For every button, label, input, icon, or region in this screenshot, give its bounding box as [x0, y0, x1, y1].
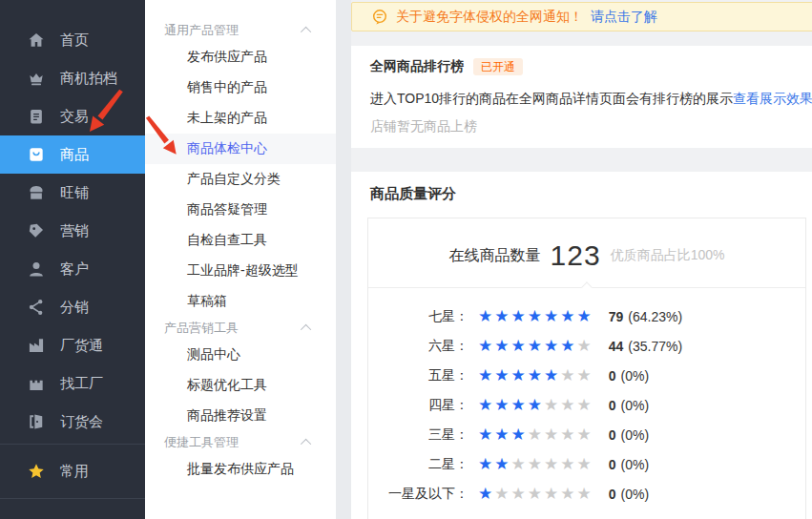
- plant-icon: [27, 374, 46, 393]
- star-filled-icon: ★: [478, 307, 494, 325]
- submenu-item[interactable]: 自检自查工具: [145, 225, 336, 256]
- quality-star-row: 三星： ★★★★★★★ 0 (0%): [368, 420, 805, 449]
- star-filled-icon: ★: [494, 366, 510, 384]
- submenu-item[interactable]: 标题优化工具: [145, 370, 336, 401]
- star-empty-icon: ★: [577, 366, 593, 384]
- star-row-percent: (35.77%): [628, 339, 682, 354]
- star-empty-icon: ★: [528, 426, 544, 444]
- sidebar-item-goods[interactable]: 商品: [0, 135, 145, 174]
- sidebar-item-label: 首页: [60, 31, 89, 50]
- star-filled-icon: ★: [494, 307, 510, 325]
- tag-icon: [27, 221, 46, 240]
- chevron-up-icon[interactable]: [301, 324, 311, 335]
- sidebar-item-label: 找工厂: [60, 375, 103, 393]
- ranking-preview-link[interactable]: 查看展示效果: [733, 91, 812, 108]
- submenu-group-items: 测品中心 标题优化工具 商品推荐设置: [145, 340, 336, 431]
- star-row-label: 六星：: [368, 338, 468, 355]
- sidebar-item-home[interactable]: 首页: [0, 21, 145, 59]
- star-empty-icon: ★: [511, 455, 528, 473]
- quality-star-row: 四星： ★★★★★★★ 0 (0%): [368, 390, 805, 420]
- star-rating: ★★★★★★★: [478, 338, 593, 354]
- person-icon: [27, 260, 46, 279]
- notice-link[interactable]: 请点击了解: [591, 9, 657, 26]
- submenu-item[interactable]: 商品答疑管理: [145, 195, 336, 225]
- sidebar-item-label: 交易: [60, 108, 89, 126]
- sidebar-item-distribution[interactable]: 分销: [0, 288, 145, 326]
- sidebar-item-factory-supply[interactable]: 厂货通: [0, 326, 145, 364]
- sidebar-pinned: 常用: [0, 447, 145, 495]
- notice-bar: 关于避免字体侵权的全网通知！ 请点击了解: [351, 2, 812, 31]
- submenu-group-title: 产品营销工具: [164, 320, 239, 337]
- quality-star-row: 五星： ★★★★★★★ 0 (0%): [368, 361, 805, 390]
- sidebar-item-label: 客户: [60, 260, 89, 279]
- star-distribution: 七星： ★★★★★★★ 79 (64.23%) 六星： ★★★★★★★ 44 (…: [368, 288, 805, 509]
- sidebar-item-find-factory[interactable]: 找工厂: [0, 364, 145, 403]
- star-empty-icon: ★: [511, 485, 528, 503]
- star-empty-icon: ★: [494, 485, 510, 503]
- sidebar-item-customer[interactable]: 客户: [0, 250, 145, 288]
- star-row-percent: (0%): [621, 487, 650, 502]
- sidebar-item-trade[interactable]: 交易: [0, 97, 145, 135]
- submenu-group: 便捷工具管理 批量发布供应产品: [145, 431, 336, 485]
- star-empty-icon: ★: [544, 426, 560, 444]
- submenu-item[interactable]: 批量发布供应产品: [145, 454, 336, 485]
- submenu-group-header[interactable]: 通用产品管理: [145, 19, 336, 42]
- star-row-label: 五星：: [368, 367, 468, 384]
- sidebar-item-label: 商机拍档: [60, 70, 117, 88]
- crown-icon: [27, 69, 46, 88]
- star-rating: ★★★★★★★: [478, 456, 593, 472]
- star-row-label: 四星：: [368, 397, 468, 414]
- star-empty-icon: ★: [528, 485, 544, 503]
- submenu-item[interactable]: 测品中心: [145, 340, 336, 370]
- star-filled-icon: ★: [511, 337, 528, 355]
- star-filled-icon: ★: [494, 396, 510, 414]
- ranking-panel: 全网商品排行榜 已开通 进入TOP10排行的商品在全网商品详情页面会有排行榜的展…: [351, 46, 812, 148]
- primary-sidebar: 首页 商机拍档 交易 商品 旺铺 营销 客户 分销 厂货通 找工厂 订货会 常用: [0, 0, 145, 519]
- star-row-label: 三星：: [368, 426, 468, 444]
- sidebar-item-order-fair[interactable]: 订货会: [0, 403, 145, 441]
- submenu-item[interactable]: 销售中的产品: [145, 73, 336, 103]
- star-empty-icon: ★: [577, 396, 593, 414]
- door-icon: [27, 412, 46, 431]
- star-row-count: 0: [609, 398, 616, 413]
- submenu-item[interactable]: 商品体检中心: [145, 134, 336, 164]
- star-row-percent: (0%): [621, 368, 650, 384]
- submenu-item[interactable]: 发布供应产品: [145, 42, 336, 73]
- star-empty-icon: ★: [560, 396, 576, 414]
- sidebar-item-favorites[interactable]: 常用: [0, 447, 145, 495]
- star-row-count: 0: [609, 457, 616, 472]
- star-row-count: 44: [609, 339, 624, 354]
- submenu-item-label: 批量发布供应产品: [187, 461, 294, 478]
- sidebar-divider: [0, 444, 145, 445]
- chevron-up-icon[interactable]: [301, 439, 311, 449]
- submenu-item[interactable]: 产品自定义分类: [145, 164, 336, 195]
- submenu-item[interactable]: 商品推荐设置: [145, 401, 336, 431]
- submenu-group-header[interactable]: 产品营销工具: [145, 317, 336, 340]
- submenu-item[interactable]: 未上架的产品: [145, 103, 336, 134]
- submenu-item[interactable]: 工业品牌-超级选型: [145, 256, 336, 286]
- star-filled-icon: ★: [544, 307, 560, 325]
- submenu-group-title: 便捷工具管理: [164, 434, 239, 451]
- submenu-group-header[interactable]: 便捷工具管理: [145, 431, 336, 454]
- sidebar-item-shop[interactable]: 旺铺: [0, 174, 145, 212]
- star-empty-icon: ★: [577, 485, 593, 503]
- star-row-percent: (0%): [621, 457, 650, 472]
- quality-star-row: 六星： ★★★★★★★ 44 (35.77%): [368, 331, 805, 361]
- main-content: 关于避免字体侵权的全网通知！ 请点击了解 全网商品排行榜 已开通 进入TOP10…: [351, 0, 812, 519]
- submenu-group-items: 批量发布供应产品: [145, 454, 336, 485]
- submenu-groups: 通用产品管理 发布供应产品 销售中的产品 未上架的产品 商品体检中心 产品自定义…: [145, 19, 336, 485]
- submenu-item[interactable]: 草稿箱: [145, 286, 336, 317]
- star-empty-icon: ★: [560, 366, 576, 384]
- chevron-up-icon[interactable]: [301, 27, 311, 37]
- online-count-label: 在线商品数量: [449, 246, 541, 266]
- card-divider: [368, 287, 805, 288]
- online-count-value: 123: [551, 239, 601, 272]
- sidebar-item-label: 旺铺: [60, 184, 89, 202]
- sidebar-item-marketing[interactable]: 营销: [0, 212, 145, 250]
- star-row-label: 一星及以下：: [368, 486, 468, 503]
- storefront-icon: [27, 183, 46, 202]
- sidebar-item-biz-partner[interactable]: 商机拍档: [0, 59, 145, 97]
- quality-section-title: 商品质量评分: [370, 185, 812, 202]
- sidebar-item-label: 订货会: [60, 413, 103, 431]
- submenu-item-label: 测品中心: [187, 346, 240, 363]
